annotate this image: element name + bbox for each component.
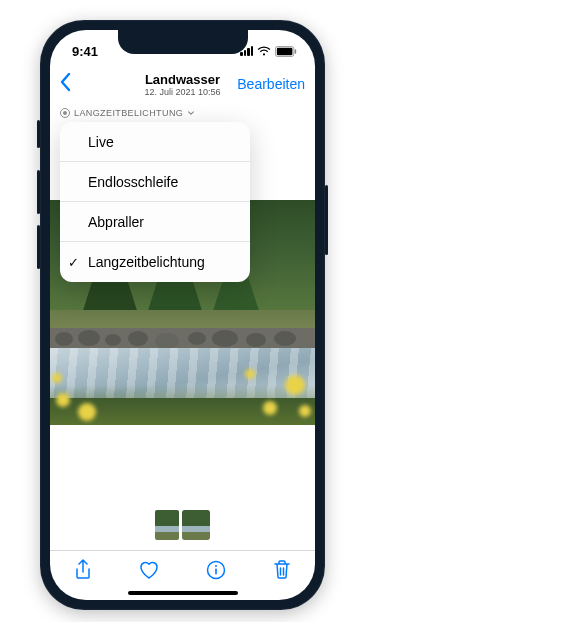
effect-chip[interactable]: LANGZEITBELICHTUNG <box>60 108 195 118</box>
svg-point-4 <box>215 565 217 567</box>
svg-rect-2 <box>295 49 296 54</box>
back-button[interactable] <box>58 72 72 96</box>
effect-menu: Live Endlosschleife Abpraller ✓ Langzeit… <box>60 122 250 282</box>
checkmark-icon: ✓ <box>68 255 79 270</box>
wifi-icon <box>257 46 271 57</box>
toolbar <box>50 550 315 590</box>
home-indicator[interactable] <box>128 591 238 595</box>
chevron-down-icon <box>187 109 195 117</box>
edit-button[interactable]: Bearbeiten <box>237 76 305 92</box>
menu-item-bounce[interactable]: Abpraller <box>60 202 250 242</box>
svg-rect-5 <box>215 569 217 575</box>
nav-bar: Landwasser 12. Juli 2021 10:56 Bearbeite… <box>50 64 315 104</box>
notch <box>118 30 248 54</box>
status-time: 9:41 <box>72 44 98 59</box>
nav-title: Landwasser <box>144 72 220 87</box>
menu-item-loop[interactable]: Endlosschleife <box>60 162 250 202</box>
nav-subtitle: 12. Juli 2021 10:56 <box>144 87 220 97</box>
share-button[interactable] <box>72 559 94 581</box>
delete-button[interactable] <box>271 559 293 581</box>
svg-rect-1 <box>277 47 293 54</box>
menu-item-long-exposure[interactable]: ✓ Langzeitbelichtung <box>60 242 250 282</box>
favorite-button[interactable] <box>138 559 160 581</box>
menu-item-label: Live <box>88 134 114 150</box>
thumbnail-selected[interactable] <box>182 510 210 540</box>
menu-item-label: Langzeitbelichtung <box>88 254 205 270</box>
screen: 9:41 Landwasser 12. J <box>50 30 315 600</box>
effect-chip-label: LANGZEITBELICHTUNG <box>74 108 183 118</box>
menu-item-label: Abpraller <box>88 214 144 230</box>
menu-item-label: Endlosschleife <box>88 174 178 190</box>
thumbnail[interactable] <box>155 510 179 540</box>
thumbnail-scrubber[interactable] <box>50 508 315 542</box>
live-photo-icon <box>60 108 70 118</box>
phone-frame: 9:41 Landwasser 12. J <box>40 20 325 610</box>
info-button[interactable] <box>205 559 227 581</box>
menu-item-live[interactable]: Live <box>60 122 250 162</box>
battery-icon <box>275 46 297 57</box>
